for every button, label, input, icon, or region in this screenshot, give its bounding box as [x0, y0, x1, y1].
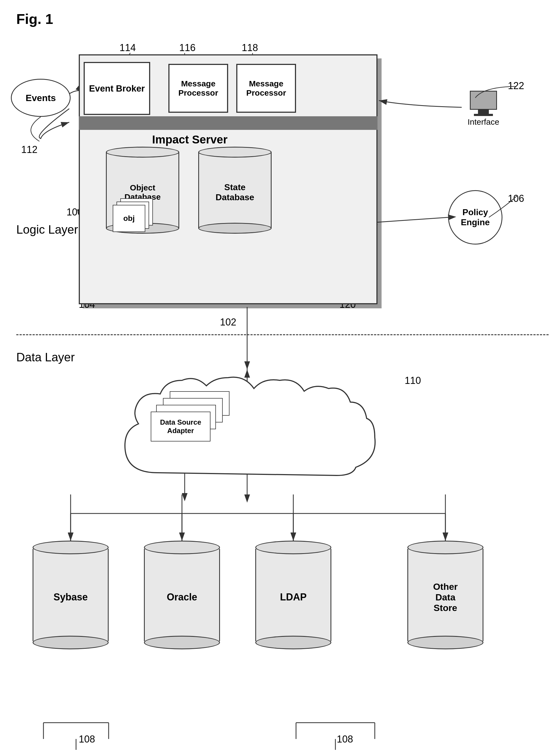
ldap-bottom — [255, 636, 331, 649]
sybase-bottom — [33, 636, 108, 649]
ref-112: 112 — [21, 144, 38, 155]
other-body: OtherDataStore — [407, 549, 483, 641]
ref-116: 116 — [179, 42, 196, 54]
monitor — [470, 91, 497, 110]
other-top — [407, 541, 483, 554]
state-database-cylinder: StateDatabase — [198, 147, 272, 234]
sybase-label: Sybase — [54, 592, 88, 603]
sybase-body: Sybase — [33, 549, 108, 641]
sybase-cylinder: Sybase — [33, 541, 108, 649]
figure-label: Fig. 1 — [16, 11, 53, 27]
message-processor-2-box: MessageProcessor — [236, 64, 296, 113]
other-bottom — [407, 636, 483, 649]
oracle-cylinder: Oracle — [144, 541, 220, 649]
data-layer-label: Data Layer — [16, 351, 75, 364]
policy-engine-label: Policy Engine — [449, 207, 502, 227]
computer-icon — [467, 91, 500, 115]
ref-122: 122 — [508, 80, 524, 92]
adapter-paper-front: Data SourceAdapter — [151, 412, 211, 441]
event-broker-box: Event Broker — [84, 62, 150, 115]
oracle-top — [144, 541, 220, 554]
state-db-top — [198, 147, 272, 158]
other-label: OtherDataStore — [433, 581, 458, 613]
impact-server-title: Impact Server — [152, 133, 227, 146]
oracle-body: Oracle — [144, 549, 220, 641]
ref-108-left: 108 — [79, 734, 95, 745]
monitor-stand — [478, 110, 489, 114]
state-db-bottom — [198, 223, 272, 234]
oracle-label: Oracle — [167, 592, 197, 603]
oracle-bottom — [144, 636, 220, 649]
state-db-body: StateDatabase — [198, 152, 272, 228]
ref-106: 106 — [508, 193, 524, 204]
message-processor-2-label: MessageProcessor — [246, 79, 286, 98]
ldap-top — [255, 541, 331, 554]
ldap-cylinder: LDAP — [255, 541, 331, 649]
impact-server-bar — [79, 116, 378, 130]
interface-label: Interface — [468, 117, 499, 126]
message-processor-1-box: MessageProcessor — [168, 64, 228, 113]
layer-separator — [16, 334, 548, 335]
ref-110: 110 — [405, 375, 421, 386]
ref-114: 114 — [120, 42, 136, 54]
message-processor-1-label: MessageProcessor — [178, 79, 218, 98]
events-label: Events — [25, 93, 56, 103]
other-datastore-cylinder: OtherDataStore — [407, 541, 483, 649]
ref-118: 118 — [242, 42, 258, 54]
ref-102: 102 — [220, 317, 236, 328]
events-ellipse: Events — [11, 79, 71, 117]
sybase-top — [33, 541, 108, 554]
logic-layer-label: Logic Layer — [16, 223, 78, 236]
event-broker-label: Event Broker — [89, 83, 145, 94]
ref-108-right: 108 — [337, 734, 353, 745]
obj-paper-front: obj — [113, 205, 145, 232]
ldap-body: LDAP — [255, 549, 331, 641]
monitor-base — [474, 114, 493, 116]
cloud-svg — [103, 370, 391, 494]
policy-engine-circle: Policy Engine — [448, 190, 502, 244]
object-db-top — [106, 147, 179, 158]
interface-area: Interface — [456, 84, 511, 133]
ldap-label: LDAP — [280, 592, 307, 603]
cloud-container — [103, 370, 391, 494]
